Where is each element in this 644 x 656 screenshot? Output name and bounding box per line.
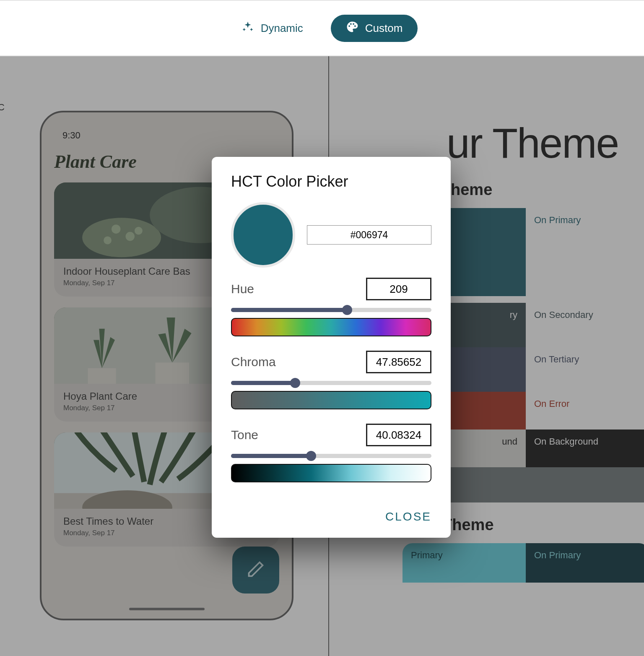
hue-label: Hue bbox=[231, 282, 254, 296]
sparkle-icon bbox=[242, 21, 254, 36]
tone-slider[interactable] bbox=[231, 454, 431, 458]
chroma-slider[interactable] bbox=[231, 381, 431, 385]
chroma-label: Chroma bbox=[231, 355, 276, 369]
tone-param: Tone bbox=[231, 424, 431, 482]
hue-gradient bbox=[231, 318, 431, 336]
palette-icon bbox=[346, 21, 358, 36]
content-area: C 9:30 Plant Care Indoor Houseplant Care… bbox=[0, 56, 644, 656]
chroma-gradient bbox=[231, 391, 431, 409]
hct-color-picker-dialog: HCT Color Picker Hue Chroma bbox=[212, 157, 451, 538]
tone-input[interactable] bbox=[366, 424, 431, 446]
tab-custom[interactable]: Custom bbox=[331, 15, 418, 42]
chroma-param: Chroma bbox=[231, 351, 431, 409]
tone-label: Tone bbox=[231, 428, 258, 442]
close-button[interactable]: CLOSE bbox=[385, 510, 431, 523]
hue-slider[interactable] bbox=[231, 308, 431, 312]
tab-dynamic[interactable]: Dynamic bbox=[226, 15, 318, 42]
hue-input[interactable] bbox=[366, 278, 431, 300]
tab-bar: Dynamic Custom bbox=[0, 0, 644, 56]
chroma-input[interactable] bbox=[366, 351, 431, 373]
hex-input[interactable] bbox=[307, 225, 431, 245]
tab-custom-label: Custom bbox=[365, 22, 403, 35]
tab-dynamic-label: Dynamic bbox=[261, 22, 303, 35]
color-swatch-circle[interactable] bbox=[231, 202, 295, 268]
hue-param: Hue bbox=[231, 278, 431, 336]
dialog-title: HCT Color Picker bbox=[231, 173, 431, 190]
tone-gradient bbox=[231, 464, 431, 482]
